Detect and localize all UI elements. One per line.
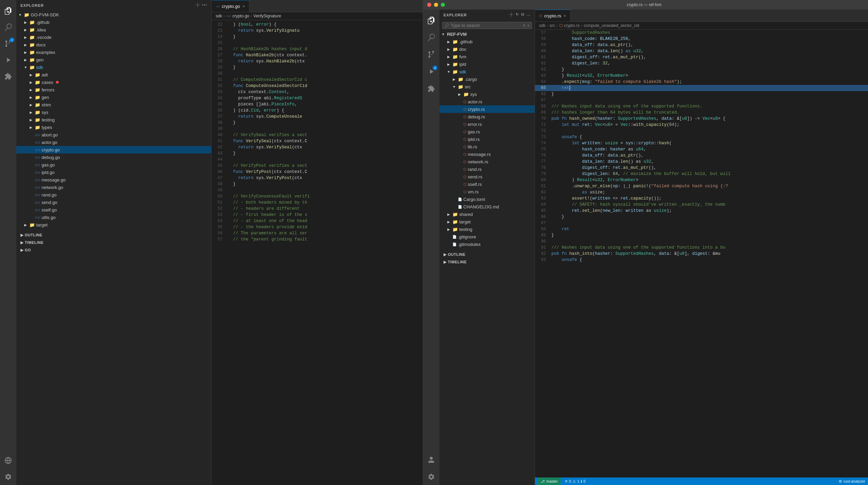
rust-analyzer-status[interactable]: ⚙ rust-analyzer <box>839 479 865 484</box>
tab-crypto-rs[interactable]: ⬡ crypto.rs ✕ <box>535 10 570 21</box>
remote-icon[interactable] <box>0 452 16 469</box>
tree-debug-go[interactable]: ▶ ○○ debug.go <box>16 153 211 161</box>
close-tab-icon[interactable]: ✕ <box>242 4 245 8</box>
r-tree-cargo-toml[interactable]: ▶ 📄 Cargo.toml <box>439 195 535 203</box>
tree-ipld-go[interactable]: ▶ ○○ ipld.go <box>16 168 211 176</box>
explorer-icon[interactable] <box>0 3 16 19</box>
r-tree-sself-rs[interactable]: ▶ ⬡ sself.rs <box>439 180 535 188</box>
close-crypto-rs-tab[interactable]: ✕ <box>563 14 566 18</box>
tree-shim[interactable]: ▶ 📁 shim <box>16 101 211 108</box>
more-actions-icon[interactable]: ••• <box>202 3 207 8</box>
right-account-icon[interactable] <box>423 452 439 468</box>
r-tree-gas-rs[interactable]: ▶ ⬡ gas.rs <box>439 128 535 135</box>
r-tree-sdk[interactable]: ▼ 📁 sdk <box>439 68 535 75</box>
close-button[interactable] <box>427 3 431 7</box>
right-timeline-section[interactable]: ▶ TIMELINE <box>439 258 535 266</box>
right-explorer-icon[interactable] <box>423 12 439 29</box>
outline-section[interactable]: ▶ OUTLINE <box>16 231 211 239</box>
settings-icon[interactable] <box>0 469 16 485</box>
tree-adt[interactable]: ▶ 📁 adt <box>16 71 211 78</box>
tree-actor-go[interactable]: ▶ ○○ actor.go <box>16 138 211 146</box>
search-box[interactable]: ≡ ✕ <box>442 22 532 29</box>
tree-abort-go[interactable]: ▶ ○○ abort.go <box>16 131 211 138</box>
tree-examples[interactable]: ▶ 📁 examples <box>16 48 211 56</box>
tab-crypto-go[interactable]: ○○ crypto.go ✕ <box>212 0 249 12</box>
r-tree-doc[interactable]: ▶ 📁 doc <box>439 45 535 53</box>
filter-icon[interactable]: ≡ <box>523 24 525 28</box>
timeline-section[interactable]: ▶ TIMELINE <box>16 239 211 246</box>
tree-message-go[interactable]: ▶ ○○ message.go <box>16 176 211 183</box>
right-run-icon[interactable]: 4 <box>423 63 439 80</box>
tree-sdk[interactable]: ▼ 📁 sdk <box>16 63 211 71</box>
tree-testing[interactable]: ▶ 📁 testing <box>16 116 211 123</box>
tree-network-go[interactable]: ▶ ○○ network.go <box>16 183 211 191</box>
tree-gen2[interactable]: ▶ 📁 gen <box>16 93 211 101</box>
r-tree-shared[interactable]: ▶ 📁 shared <box>439 210 535 218</box>
tree-target[interactable]: ▶ 📁 target <box>16 221 211 229</box>
go-section[interactable]: ▶ GO <box>16 246 211 254</box>
r-tree-crypto-rs[interactable]: ▶ ⬡ crypto.rs <box>439 105 535 113</box>
r-tree-cargo[interactable]: ▶ 📁 .cargo <box>439 75 535 83</box>
more-actions-right-icon[interactable]: … <box>526 12 531 18</box>
branch-status[interactable]: ⎇ master <box>538 477 561 485</box>
search-input[interactable] <box>451 23 521 28</box>
r-tree-ipld-rs[interactable]: ▶ ⬡ ipld.rs <box>439 135 535 143</box>
tree-vscode[interactable]: ▶ 📁 .vscode <box>16 33 211 41</box>
tree-rand-go[interactable]: ▶ ○○ rand.go <box>16 191 211 199</box>
root-folder[interactable]: ▼ 📁 GO-FVM-SDK <box>16 11 211 18</box>
tree-ferrors[interactable]: ▶ 📁 ferrors <box>16 86 211 93</box>
new-file-icon[interactable]: ​ <box>195 3 200 8</box>
right-search-icon[interactable] <box>423 29 439 46</box>
tree-docs[interactable]: ▶ 📁 docs <box>16 41 211 48</box>
r-tree-debug-rs[interactable]: ▶ ⬡ debug.rs <box>439 113 535 120</box>
extensions-icon[interactable] <box>0 68 16 85</box>
errors-status[interactable]: ✕ 0 ⚠ 1 ℹ 0 <box>565 479 585 484</box>
r-tree-message-rs[interactable]: ▶ ⬡ message.rs <box>439 150 535 158</box>
maximize-button[interactable] <box>441 3 445 7</box>
right-extensions-icon[interactable] <box>423 80 439 97</box>
r-tree-changelog[interactable]: ▶ 📄 CHANGELOG.md <box>439 203 535 210</box>
new-file-icon-right[interactable] <box>509 12 513 18</box>
r-tree-src[interactable]: ▼ 📁 src <box>439 83 535 90</box>
left-code-editor[interactable]: 22 ) (bool, error) { 23 return sys.Verif… <box>212 20 423 485</box>
right-outline-section[interactable]: ▶ OUTLINE <box>439 251 535 258</box>
r-tree-sys[interactable]: ▶ 📁 sys <box>439 90 535 98</box>
r-tree-target[interactable]: ▶ 📁 target <box>439 218 535 225</box>
tree-crypto-go[interactable]: ▶ ○○ crypto.go <box>16 146 211 153</box>
tree-gas-go[interactable]: ▶ ○○ gas.go <box>16 161 211 168</box>
r-code-77: 77 data_len: data.len() as u32, <box>535 159 868 165</box>
minimize-button[interactable] <box>434 3 438 7</box>
r-tree-rand-rs[interactable]: ▶ ⬡ rand.rs <box>439 165 535 173</box>
r-tree-error-rs[interactable]: ▶ ⬡ error.rs <box>439 120 535 128</box>
repo-root[interactable]: ▼ REF-FVM <box>439 30 535 38</box>
source-control-icon[interactable]: 2 <box>0 35 16 52</box>
tree-gen[interactable]: ▶ 📁 gen <box>16 56 211 63</box>
right-settings-icon[interactable] <box>423 469 439 485</box>
r-tree-network-rs[interactable]: ▶ ⬡ network.rs <box>439 158 535 165</box>
collapse-icon[interactable]: ⊟ <box>521 12 524 18</box>
r-tree-lib-rs[interactable]: ▶ ⬡ lib.rs <box>439 143 535 150</box>
tree-github[interactable]: ▶ 📁 .github <box>16 18 211 26</box>
r-tree-gitignore[interactable]: ▶ 📄 .gitignore <box>439 233 535 240</box>
r-tree-testing[interactable]: ▶ 📁 testing <box>439 225 535 233</box>
refresh-icon[interactable]: ↻ <box>516 12 519 18</box>
tree-sself-go[interactable]: ▶ ○○ sself.go <box>16 206 211 214</box>
right-code-editor[interactable]: 57 SupportedHashes 58 hash_code: BLAKE2B… <box>535 30 868 477</box>
run-icon[interactable] <box>0 52 16 68</box>
r-tree-ipld[interactable]: ▶ 📁 ipld <box>439 60 535 68</box>
r-tree-vm-rs[interactable]: ▶ ⬡ vm.rs <box>439 188 535 195</box>
r-tree-github[interactable]: ▶ 📁 .github <box>439 38 535 45</box>
tree-sys[interactable]: ▶ 📁 sys <box>16 108 211 116</box>
tree-types[interactable]: ▶ 📁 types <box>16 123 211 131</box>
r-tree-send-rs[interactable]: ▶ ⬡ send.rs <box>439 173 535 180</box>
r-tree-actor-rs[interactable]: ▶ ⬡ actor.rs <box>439 98 535 105</box>
r-tree-gitmodules[interactable]: ▶ 📄 .gitmodules <box>439 240 535 248</box>
r-tree-fvm[interactable]: ▶ 📁 fvm <box>439 53 535 60</box>
tree-idea[interactable]: ▶ 📁 .idea <box>16 26 211 33</box>
right-source-control-icon[interactable] <box>423 46 439 63</box>
search-icon[interactable] <box>0 19 16 35</box>
tree-cases[interactable]: ▶ 📁 cases <box>16 78 211 86</box>
close-search-icon[interactable]: ✕ <box>527 23 530 28</box>
tree-send-go[interactable]: ▶ ○○ send.go <box>16 199 211 206</box>
tree-utils-go[interactable]: ▶ ○○ utils.go <box>16 214 211 221</box>
